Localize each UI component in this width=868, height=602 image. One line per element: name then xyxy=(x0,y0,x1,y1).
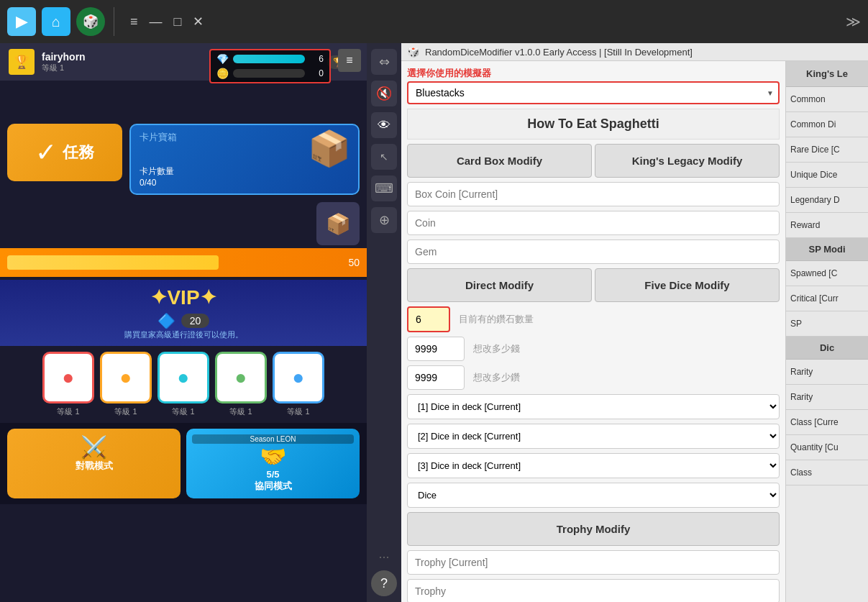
mod-header: 🎲 RandomDiceModifier v1.0.0 Early Access… xyxy=(401,43,868,61)
dice-item-3: ● 等級 1 xyxy=(215,352,267,417)
sidebar-sp-2[interactable]: SP xyxy=(786,311,868,337)
sidebar-dice-0[interactable]: Rarity xyxy=(786,385,868,410)
direct-coin-row: 想改多少錢 xyxy=(407,337,780,361)
menu-icon[interactable]: ≡ xyxy=(130,14,138,29)
card-box-area[interactable]: 卡片寶箱 📦 卡片數量 0/40 xyxy=(129,124,360,195)
dice-face-cyan[interactable]: ● xyxy=(157,352,209,403)
coin-bar-bg xyxy=(233,69,305,78)
coop-icon: 🤝 xyxy=(192,444,354,469)
direct-gem-value-input[interactable] xyxy=(407,306,450,332)
plus-btn[interactable]: ⊕ xyxy=(371,207,397,233)
sidebar-item-1[interactable]: Rare Dice [C xyxy=(786,137,868,163)
modifier-panel: 🎲 RandomDiceModifier v1.0.0 Early Access… xyxy=(401,43,868,602)
direct-coin-value-input[interactable] xyxy=(407,337,465,361)
sidebar-common[interactable]: Common xyxy=(786,87,868,112)
dice2-select[interactable]: [2] Dice in deck [Current] xyxy=(407,424,780,449)
game-panel: 🏆 fairyhorn 等級 1 🏆 0 💎 6 🪙 xyxy=(0,43,367,602)
coin-bar-row: 🪙 0 xyxy=(216,68,324,79)
dice-dot-blue: ● xyxy=(293,366,305,389)
coin-input-1[interactable] xyxy=(407,211,780,235)
trophy-modify-btn[interactable]: Trophy Modify xyxy=(407,512,780,546)
five-dice-modify-btn[interactable]: Five Dice Modify xyxy=(595,268,780,302)
direct-diamond-hint: 想改多少鑽 xyxy=(473,371,520,384)
direct-diamond-value-input[interactable] xyxy=(407,365,465,390)
season-label: Season LEON xyxy=(192,434,354,444)
dice1-select[interactable]: [1] Dice in deck [Current] xyxy=(407,394,780,419)
sidebar-dice-1[interactable]: Class [Curre xyxy=(786,410,868,435)
sp-section: SP Modi xyxy=(786,238,868,261)
sidebar-item-2[interactable]: Unique Dice xyxy=(786,163,868,188)
main-btn-grid: Card Box Modify King's Legacy Modify xyxy=(407,144,780,178)
sidebar-rarity[interactable]: Rarity xyxy=(786,360,868,385)
dice3-select-wrapper: [3] Dice in deck [Current] xyxy=(407,453,780,478)
minimize-icon[interactable]: — xyxy=(150,14,163,29)
dice-grid: ● 等級 1 ● 等級 1 ● 等級 1 ● 等級 1 xyxy=(0,346,367,423)
pointer-btn[interactable]: ↖ xyxy=(371,144,397,170)
chest-row: 📦 xyxy=(0,202,367,248)
progress-area: 50 xyxy=(0,248,367,277)
mission-label: 任務 xyxy=(63,142,94,163)
direct-modify-btn[interactable]: Direct Modify xyxy=(407,268,592,302)
resource-bars: 💎 6 🪙 0 xyxy=(209,49,331,83)
sidebar-sp-1[interactable]: Critical [Curr xyxy=(786,286,868,311)
more-dots[interactable]: ··· xyxy=(378,549,389,565)
sim-selector-section: 選擇你使用的模擬器 BluestacksNoxPlayerMEmuLDPlaye… xyxy=(407,67,780,104)
sidebar-collapse-btn[interactable]: ≫ xyxy=(846,13,861,30)
maximize-icon[interactable]: □ xyxy=(174,14,182,29)
chest-button[interactable]: 📦 xyxy=(316,202,360,245)
vip-sub-text: 購買皇家高級通行證後可以使用。 xyxy=(6,329,361,340)
game-icon[interactable]: 🎲 xyxy=(76,7,105,36)
sidebar-item-3[interactable]: Legendary D xyxy=(786,188,868,213)
vip-coin-icon: 🔷 xyxy=(157,312,175,329)
dice-item-4: ● 等級 1 xyxy=(273,352,324,417)
expand-btn[interactable]: ⇔ xyxy=(371,49,397,75)
direct-gem-row: 目前有的鑽石數量 xyxy=(407,306,780,332)
progress-bar xyxy=(7,255,219,270)
volume-btn[interactable]: 🔇 xyxy=(371,81,397,106)
keyboard-btn[interactable]: ⌨ xyxy=(371,175,397,201)
dice-face-green[interactable]: ● xyxy=(215,352,267,403)
dice-dot-cyan: ● xyxy=(178,366,190,389)
separator xyxy=(114,7,114,36)
battle-label: 對戰模式 xyxy=(13,460,175,473)
kings-legacy-modify-btn[interactable]: King's Legacy Modify xyxy=(595,144,780,178)
dice-face-blue[interactable]: ● xyxy=(273,352,324,403)
sidebar-item-4[interactable]: Reward xyxy=(786,213,868,238)
close-icon[interactable]: ✕ xyxy=(193,14,204,29)
gem-icon: 💎 xyxy=(216,53,229,65)
dice-type-select[interactable]: Dice xyxy=(407,483,780,508)
eye-btn[interactable]: 👁 xyxy=(371,112,397,138)
coop-button[interactable]: Season LEON 🤝 5/5 協同模式 xyxy=(186,429,360,498)
battle-button[interactable]: ⚔️ 對戰模式 xyxy=(7,429,181,498)
sidebar-sp-0[interactable]: Spawned [C xyxy=(786,261,868,286)
dice-face-orange[interactable]: ● xyxy=(100,352,152,403)
sidebar-class[interactable]: Class xyxy=(786,460,868,485)
home-icon[interactable]: ⌂ xyxy=(42,7,70,36)
dice-dot-orange: ● xyxy=(120,366,132,389)
dice-level-3: 等級 1 xyxy=(229,406,252,417)
card-box-modify-btn[interactable]: Card Box Modify xyxy=(407,144,592,178)
dice-face-red[interactable]: ● xyxy=(42,352,94,403)
sidebar-dice-2[interactable]: Quantity [Cu xyxy=(786,435,868,460)
help-btn[interactable]: ? xyxy=(371,570,397,596)
mission-button[interactable]: ✓ 任務 xyxy=(7,124,122,181)
dice-dot-green: ● xyxy=(235,366,247,389)
menu-button[interactable]: ≡ xyxy=(338,49,361,72)
dice2-select-wrapper: [2] Dice in deck [Current] xyxy=(407,424,780,449)
dice3-select[interactable]: [3] Dice in deck [Current] xyxy=(407,453,780,478)
box-coin-current-1-input[interactable] xyxy=(407,182,780,206)
trophy-current-input[interactable] xyxy=(407,550,780,575)
vip-coin-count: 20 xyxy=(181,314,210,328)
coin-count: 0 xyxy=(309,68,324,78)
trophy-target-input[interactable] xyxy=(407,579,780,602)
sim-select[interactable]: BluestacksNoxPlayerMEmuLDPlayer xyxy=(407,81,780,104)
gem-input-1[interactable] xyxy=(407,240,780,264)
mod-main: 選擇你使用的模擬器 BluestacksNoxPlayerMEmuLDPlaye… xyxy=(401,61,785,602)
bluestacks-icon[interactable]: ▶ xyxy=(7,7,36,36)
coin-icon: 🪙 xyxy=(216,68,229,79)
card-box-count: 卡片數量 0/40 xyxy=(140,165,174,188)
player-header: 🏆 fairyhorn 等級 1 🏆 0 💎 6 🪙 xyxy=(0,43,367,81)
direct-gem-hint: 目前有的鑽石數量 xyxy=(459,313,534,326)
sidebar-item-0[interactable]: Common Di xyxy=(786,112,868,137)
gem-bar-row: 💎 6 xyxy=(216,53,324,65)
